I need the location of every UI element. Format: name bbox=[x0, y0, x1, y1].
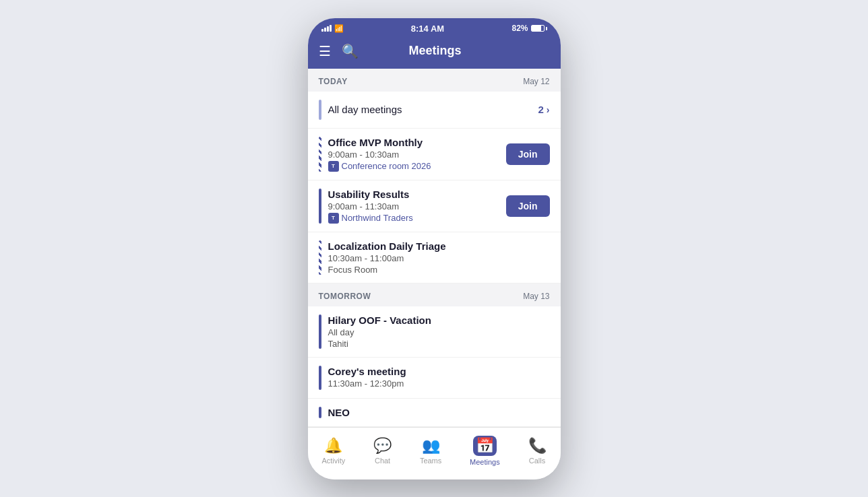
battery-icon bbox=[531, 25, 547, 32]
meeting-bar-corey bbox=[319, 366, 321, 390]
meeting-title-4: Hilary OOF - Vacation bbox=[328, 314, 550, 326]
nav-label-teams: Teams bbox=[420, 457, 441, 465]
join-button-2[interactable]: Join bbox=[506, 195, 550, 217]
nav-label-activity: Activity bbox=[321, 457, 345, 465]
nav-label-calls: Calls bbox=[529, 457, 545, 465]
meeting-title-neo: NEO bbox=[328, 407, 550, 418]
meeting-bar-neo bbox=[319, 407, 321, 418]
meeting-time-1: 9:00am - 10:30am bbox=[328, 150, 499, 160]
meeting-info-3: Localization Daily Triage 10:30am - 11:0… bbox=[328, 240, 550, 275]
meeting-location-text-2: Northwind Traders bbox=[342, 213, 413, 223]
meeting-info-5: Corey's meeting 11:30am - 12:30pm bbox=[328, 366, 550, 390]
nav-item-teams[interactable]: 👥 Teams bbox=[412, 434, 450, 467]
signal-bar-1 bbox=[321, 29, 323, 32]
phone-frame: 📶 8:14 AM 82% ☰ 🔍 Meetings TODAY May 12 bbox=[308, 18, 561, 479]
page-title: Meetings bbox=[369, 44, 501, 58]
meeting-location-3: Focus Room bbox=[328, 265, 550, 275]
meeting-title-2: Usability Results bbox=[328, 189, 499, 200]
meeting-localization[interactable]: Localization Daily Triage 10:30am - 11:0… bbox=[308, 232, 561, 284]
nav-label-meetings: Meetings bbox=[470, 458, 500, 466]
signal-bar-3 bbox=[327, 26, 329, 32]
meeting-title-1: Office MVP Monthly bbox=[328, 137, 499, 148]
meeting-bar-solid-2 bbox=[319, 189, 321, 224]
section-tomorrow: TOMORROW May 13 bbox=[308, 284, 561, 306]
meeting-location-2[interactable]: T Northwind Traders bbox=[328, 213, 499, 224]
meeting-usability[interactable]: Usability Results 9:00am - 11:30am T Nor… bbox=[308, 180, 561, 232]
status-time: 8:14 AM bbox=[411, 24, 444, 34]
allday-title: All day meetings bbox=[328, 104, 532, 115]
activity-icon: 🔔 bbox=[324, 437, 342, 455]
allday-count-number: 2 bbox=[538, 104, 543, 115]
meeting-location-text-1: Conference room 2026 bbox=[342, 161, 431, 171]
status-left: 📶 bbox=[321, 24, 344, 33]
teams-icon-2: T bbox=[328, 213, 339, 224]
status-right: 82% bbox=[512, 24, 547, 33]
app-header: ☰ 🔍 Meetings bbox=[308, 36, 561, 69]
meeting-info-4: Hilary OOF - Vacation All day Tahiti bbox=[328, 314, 550, 349]
allday-chevron-icon: › bbox=[547, 104, 550, 115]
section-today-label: TODAY bbox=[319, 77, 348, 86]
battery-percent: 82% bbox=[512, 24, 528, 33]
calls-icon: 📞 bbox=[528, 437, 547, 455]
meeting-info-2: Usability Results 9:00am - 11:30am T Nor… bbox=[328, 189, 499, 224]
search-icon[interactable]: 🔍 bbox=[342, 43, 359, 59]
meeting-title-5: Corey's meeting bbox=[328, 366, 550, 377]
bottom-nav: 🔔 Activity 💬 Chat 👥 Teams 📅 Meetings 📞 C… bbox=[308, 427, 561, 479]
meeting-time-2: 9:00am - 11:30am bbox=[328, 201, 499, 211]
teams-nav-icon: 👥 bbox=[422, 437, 440, 455]
menu-icon[interactable]: ☰ bbox=[319, 43, 331, 59]
battery-body bbox=[531, 25, 545, 32]
nav-item-calls[interactable]: 📞 Calls bbox=[520, 434, 555, 467]
meeting-info-1: Office MVP Monthly 9:00am - 10:30am T Co… bbox=[328, 137, 499, 172]
meeting-hilary-oof[interactable]: Hilary OOF - Vacation All day Tahiti bbox=[308, 306, 561, 358]
meeting-info-neo: NEO bbox=[328, 407, 550, 418]
meeting-location-1[interactable]: T Conference room 2026 bbox=[328, 161, 499, 172]
join-button-1[interactable]: Join bbox=[506, 143, 550, 165]
meetings-nav-bg: 📅 bbox=[473, 436, 497, 456]
signal-bar-4 bbox=[330, 25, 332, 32]
nav-item-activity[interactable]: 🔔 Activity bbox=[313, 434, 353, 467]
meeting-bar-oof bbox=[319, 314, 321, 349]
meetings-content: TODAY May 12 All day meetings 2 › Office… bbox=[308, 69, 561, 427]
meeting-corey[interactable]: Corey's meeting 11:30am - 12:30pm bbox=[308, 358, 561, 399]
meeting-title-3: Localization Daily Triage bbox=[328, 240, 550, 252]
meeting-neo[interactable]: NEO bbox=[308, 399, 561, 427]
section-tomorrow-label: TOMORROW bbox=[319, 292, 371, 301]
allday-meetings-row[interactable]: All day meetings 2 › bbox=[308, 92, 561, 129]
chat-icon: 💬 bbox=[373, 437, 392, 455]
wifi-icon: 📶 bbox=[334, 24, 344, 33]
meeting-location-4: Tahiti bbox=[328, 339, 550, 349]
section-today: TODAY May 12 bbox=[308, 69, 561, 92]
meeting-office-mvp[interactable]: Office MVP Monthly 9:00am - 10:30am T Co… bbox=[308, 129, 561, 180]
teams-icon-1: T bbox=[328, 161, 339, 172]
nav-item-chat[interactable]: 💬 Chat bbox=[365, 434, 400, 467]
meeting-bar-striped-3 bbox=[319, 240, 321, 275]
meeting-time-3: 10:30am - 11:00am bbox=[328, 253, 550, 263]
signal-bars bbox=[321, 25, 332, 32]
allday-count: 2 › bbox=[538, 104, 549, 115]
status-bar: 📶 8:14 AM 82% bbox=[308, 18, 561, 36]
battery-tip bbox=[546, 27, 547, 30]
meeting-time-4: All day bbox=[328, 327, 550, 337]
allday-bar bbox=[319, 100, 321, 120]
meetings-nav-icon: 📅 bbox=[476, 437, 494, 454]
section-tomorrow-date: May 13 bbox=[523, 292, 549, 301]
battery-fill bbox=[532, 26, 542, 31]
nav-item-meetings[interactable]: 📅 Meetings bbox=[462, 433, 508, 469]
signal-bar-2 bbox=[324, 28, 326, 32]
meeting-time-5: 11:30am - 12:30pm bbox=[328, 378, 550, 389]
section-today-date: May 12 bbox=[523, 77, 549, 86]
nav-label-chat: Chat bbox=[375, 457, 390, 465]
meeting-bar-striped-1 bbox=[319, 137, 321, 172]
